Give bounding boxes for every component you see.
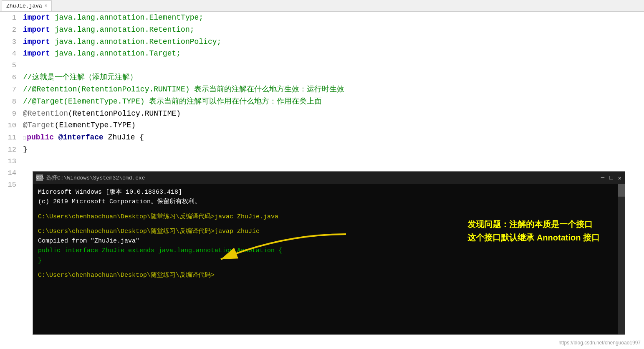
code-editor: 1import java.lang.annotation.ElementType… xyxy=(0,12,644,191)
cmd-close-button[interactable]: ✕ xyxy=(618,174,621,182)
line-number: 9 xyxy=(0,108,23,119)
line-content: //@Retention(RetentionPolicy.RUNTIME) 表示… xyxy=(23,83,644,96)
annotation-bubble: 发现问题：注解的本质是一个接口 这个接口默认继承 Annotation 接口 xyxy=(467,217,600,244)
cmd-window: C:\ 选择C:\Windows\System32\cmd.exe ─ □ ✕ … xyxy=(33,171,625,335)
class-name-token: (ElementType.TYPE) xyxy=(55,121,136,129)
line-content: import java.lang.annotation.Target; xyxy=(23,48,644,60)
cmd-line: C:\Users\chenhaochuan\Desktop\随堂练习\反编译代码… xyxy=(38,271,620,280)
code-line: 2import java.lang.annotation.Retention; xyxy=(0,24,644,36)
code-line: 13 xyxy=(0,156,644,167)
line-number: 3 xyxy=(0,36,23,48)
annotation-line2: 这个接口默认继承 Annotation 接口 xyxy=(467,231,600,244)
annotation-kw-token: @Target xyxy=(23,121,55,129)
cmd-line: Microsoft Windows [版本 10.0.18363.418] xyxy=(38,187,620,197)
fold-icon[interactable]: □ xyxy=(23,135,26,141)
cmd-line: (c) 2019 Microsoft Corporation。保留所有权利。 xyxy=(38,197,620,207)
cmd-body: Microsoft Windows [版本 10.0.18363.418](c)… xyxy=(33,184,625,334)
cmd-minimize-button[interactable]: ─ xyxy=(601,174,604,182)
kw-import-token: import xyxy=(23,49,55,58)
line-number: 7 xyxy=(0,84,23,95)
line-number: 15 xyxy=(0,179,23,190)
line-number: 4 xyxy=(0,48,23,59)
comment-token: //@Target(ElementType.TYPE) 表示当前的注解可以作用在… xyxy=(23,97,322,106)
line-content: □public @interface ZhuJie { xyxy=(23,132,644,144)
code-line: 11□public @interface ZhuJie { xyxy=(0,132,644,144)
watermark: https://blog.csdn.net/chenguoao1997 xyxy=(558,340,641,346)
import-path-token: java.lang.annotation.ElementType; xyxy=(55,13,203,22)
cmd-line: } xyxy=(38,256,620,266)
line-number: 6 xyxy=(0,72,23,83)
line-number: 13 xyxy=(0,156,23,167)
code-line: 1import java.lang.annotation.ElementType… xyxy=(0,12,644,24)
line-content: //@Target(ElementType.TYPE) 表示当前的注解可以作用在… xyxy=(23,96,644,108)
line-content: import java.lang.annotation.ElementType; xyxy=(23,12,644,24)
annotation-line1: 发现问题：注解的本质是一个接口 xyxy=(467,217,600,231)
line-number: 8 xyxy=(0,96,23,107)
line-content: @Retention(RetentionPolicy.RUNTIME) xyxy=(23,108,644,120)
cmd-line xyxy=(38,207,620,212)
cmd-restore-button[interactable]: □ xyxy=(609,174,613,182)
code-line: 9@Retention(RetentionPolicy.RUNTIME) xyxy=(0,108,644,120)
line-content: @Target(ElementType.TYPE) xyxy=(23,119,644,132)
kw-import-token: import xyxy=(23,25,55,34)
import-path-token: java.lang.annotation.Retention; xyxy=(55,25,194,34)
tab-close-button[interactable]: × xyxy=(45,3,48,8)
kw-public-token: public xyxy=(27,133,58,142)
cmd-line: public interface ZhuJie extends java.lan… xyxy=(38,246,620,255)
import-path-token: java.lang.annotation.Target; xyxy=(55,49,181,58)
line-number: 1 xyxy=(0,12,23,23)
code-line: 12} xyxy=(0,144,644,156)
file-tab[interactable]: ZhuJie.java × xyxy=(2,0,52,11)
line-number: 5 xyxy=(0,60,23,71)
code-line: 6//这就是一个注解（添加元注解） xyxy=(0,71,644,83)
line-number: 12 xyxy=(0,144,23,155)
cmd-titlebar: C:\ 选择C:\Windows\System32\cmd.exe ─ □ ✕ xyxy=(33,172,625,184)
kw-import-token: import xyxy=(23,13,55,22)
code-line: 10@Target(ElementType.TYPE) xyxy=(0,119,644,132)
code-line: 5 xyxy=(0,60,644,71)
line-number: 10 xyxy=(0,120,23,131)
line-number: 11 xyxy=(0,132,23,143)
line-content: import java.lang.annotation.RetentionPol… xyxy=(23,36,644,48)
class-name-token: ZhuJie { xyxy=(108,133,144,142)
cmd-title-text: 选择C:\Windows\System32\cmd.exe xyxy=(46,174,598,182)
comment-token: //这就是一个注解（添加元注解） xyxy=(23,73,137,81)
cmd-icon: C:\ xyxy=(36,174,43,181)
line-content: } xyxy=(23,144,644,156)
code-line: 3import java.lang.annotation.RetentionPo… xyxy=(0,36,644,48)
line-number: 2 xyxy=(0,24,23,35)
kw-import-token: import xyxy=(23,38,55,46)
cmd-line xyxy=(38,266,620,271)
class-name-token: (RetentionPolicy.RUNTIME) xyxy=(68,109,181,118)
brace-token: } xyxy=(23,145,28,154)
comment-token: //@Retention(RetentionPolicy.RUNTIME) 表示… xyxy=(23,85,344,94)
cmd-scrollbar-thumb[interactable] xyxy=(618,184,625,197)
line-number: 14 xyxy=(0,167,23,179)
cmd-scrollbar[interactable] xyxy=(618,184,625,334)
cmd-controls: ─ □ ✕ xyxy=(601,174,621,182)
code-line: 7//@Retention(RetentionPolicy.RUNTIME) 表… xyxy=(0,83,644,96)
code-line: 4import java.lang.annotation.Target; xyxy=(0,48,644,60)
code-line: 8//@Target(ElementType.TYPE) 表示当前的注解可以作用… xyxy=(0,96,644,108)
line-content: import java.lang.annotation.Retention; xyxy=(23,24,644,36)
line-content: //这就是一个注解（添加元注解） xyxy=(23,71,644,83)
annotation-kw-token: @Retention xyxy=(23,109,68,118)
tab-filename: ZhuJie.java xyxy=(6,3,42,9)
kw-at-interface-token: @interface xyxy=(58,133,108,142)
tab-bar: ZhuJie.java × xyxy=(0,0,644,12)
import-path-token: java.lang.annotation.RetentionPolicy; xyxy=(55,38,222,46)
